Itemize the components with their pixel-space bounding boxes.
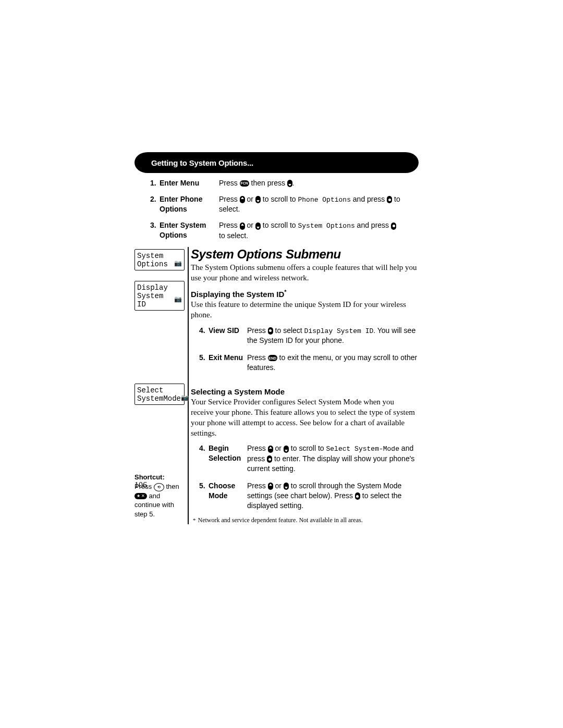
substep-row: 5. Choose Mode Press or to scroll throug… xyxy=(199,481,419,511)
scroll-down-key-icon xyxy=(255,196,261,203)
substep-row: 4. Begin Selection Press or to scroll to… xyxy=(199,443,419,473)
step-desc: Press FCN then press . xyxy=(219,178,403,188)
substep-row: 4. View SID Press to select Display Syst… xyxy=(199,326,419,346)
section-header-text: Getting to System Options... xyxy=(151,158,253,167)
submenu-title: System Options Submenu xyxy=(191,247,419,262)
step-label: Enter Menu xyxy=(160,178,219,188)
heading-text: Displaying the System ID xyxy=(191,290,284,299)
step-row: 2. Enter Phone Options Press or to scrol… xyxy=(150,194,403,214)
steps-block: 1. Enter Menu Press FCN then press . 2. … xyxy=(134,173,419,247)
step-number: 5. xyxy=(199,353,209,363)
lcd-text: Options xyxy=(137,260,168,268)
step-label: Exit Menu xyxy=(209,353,247,363)
page: Getting to System Options... 1. Enter Me… xyxy=(0,0,563,728)
step-row: 3. Enter System Options Press or to scro… xyxy=(150,220,403,240)
footnote: *Network and service dependent feature. … xyxy=(191,516,419,524)
lcd-line: Display xyxy=(137,283,182,292)
camera-icon: 📷 xyxy=(181,395,189,402)
step-number: 5. xyxy=(199,481,209,491)
lcd-panel: Display System ID 📷 xyxy=(134,281,185,311)
step-desc: Press or to scroll to System Options and… xyxy=(219,220,403,240)
step-number: 4. xyxy=(199,443,209,453)
step-number: 4. xyxy=(199,326,209,336)
step-number: 1. xyxy=(150,178,160,188)
step-desc: Press or to scroll through the System Mo… xyxy=(247,481,419,511)
page-number: 106 xyxy=(134,480,147,490)
select-key-icon xyxy=(387,196,392,203)
step-number: 2. xyxy=(150,194,160,204)
footnote-marker: * xyxy=(284,289,286,295)
shortcut-box: Shortcut: Press ⟲ then ★ ✕ and continue … xyxy=(134,473,185,519)
step-label: Enter System Options xyxy=(160,220,219,240)
lcd-text: SystemMode xyxy=(137,394,181,403)
fcn-key-icon: FCN xyxy=(240,180,249,187)
section-heading: Selecting a System Mode xyxy=(191,387,419,396)
camera-icon: 📷 xyxy=(174,297,182,304)
scroll-up-key-icon xyxy=(268,446,273,453)
lcd-line: System ID 📷 xyxy=(137,292,182,309)
substep-row: 5. Exit Menu Press END to exit the menu,… xyxy=(199,353,419,373)
content-area: Getting to System Options... 1. Enter Me… xyxy=(134,152,419,524)
lcd-line: Options 📷 xyxy=(137,260,182,268)
select-key-icon xyxy=(268,327,273,335)
select-key-icon xyxy=(355,492,360,500)
menu-path-text: Select System-Mode xyxy=(326,445,399,453)
menu-path-text: System Options xyxy=(298,222,355,230)
section-header: Getting to System Options... xyxy=(134,152,419,173)
lcd-text: System xyxy=(137,252,163,260)
step-label: Begin Selection xyxy=(209,443,247,463)
lcd-line: SystemMode 📷 xyxy=(137,394,182,403)
camera-icon: 📷 xyxy=(174,261,182,268)
scroll-up-key-icon xyxy=(268,483,273,490)
right-column: System Options Submenu The System Option… xyxy=(189,247,419,525)
step-number: 3. xyxy=(150,220,160,230)
section-heading: Displaying the System ID* xyxy=(191,289,419,299)
footnote-text: Network and service dependent feature. N… xyxy=(198,516,363,524)
step-label: Enter Phone Options xyxy=(160,194,219,214)
end-key-icon: END xyxy=(268,355,277,361)
lcd-text: Display xyxy=(137,283,168,292)
scroll-down-key-icon xyxy=(287,180,292,187)
step-row: 1. Enter Menu Press FCN then press . xyxy=(150,178,403,188)
scroll-up-key-icon xyxy=(240,223,245,230)
scroll-down-key-icon xyxy=(284,483,289,490)
section-body: Your Service Provider configures Select … xyxy=(191,397,419,439)
select-key-icon xyxy=(267,455,272,463)
step-label: View SID xyxy=(209,326,247,336)
step-label: Choose Mode xyxy=(209,481,247,501)
lcd-panel: System Options 📷 xyxy=(134,249,185,270)
menu-path-text: Phone Options xyxy=(298,196,351,204)
step-desc: Press END to exit the menu, or you may s… xyxy=(247,353,419,373)
menu-path-text: Display System ID xyxy=(304,327,374,335)
substeps: 4. View SID Press to select Display Syst… xyxy=(191,320,419,382)
step-desc: Press to select Display System ID. You w… xyxy=(247,326,419,346)
star-x-key-icon: ★ ✕ xyxy=(134,493,147,499)
step-desc: Press or to scroll to Select System-Mode… xyxy=(247,443,419,473)
lcd-text: System ID xyxy=(137,292,174,309)
scroll-up-key-icon xyxy=(240,196,245,203)
footnote-star: * xyxy=(193,517,198,523)
substeps: 4. Begin Selection Press or to scroll to… xyxy=(191,438,419,515)
intro-text: The System Options submenu offers a coup… xyxy=(191,263,419,283)
lcd-panel: Select SystemMode 📷 xyxy=(134,384,185,405)
lcd-text: Select xyxy=(137,386,163,394)
lcd-line: System xyxy=(137,252,182,260)
rcl-key-icon: ⟲ xyxy=(154,483,164,491)
scroll-down-key-icon xyxy=(284,446,289,453)
scroll-down-key-icon xyxy=(255,223,261,230)
section-body: Use this feature to determine the unique… xyxy=(191,300,419,320)
step-desc: Press or to scroll to Phone Options and … xyxy=(219,194,403,214)
lcd-line: Select xyxy=(137,386,182,394)
two-column-layout: System Options 📷 Display System ID 📷 xyxy=(134,247,419,525)
select-key-icon xyxy=(391,223,396,230)
